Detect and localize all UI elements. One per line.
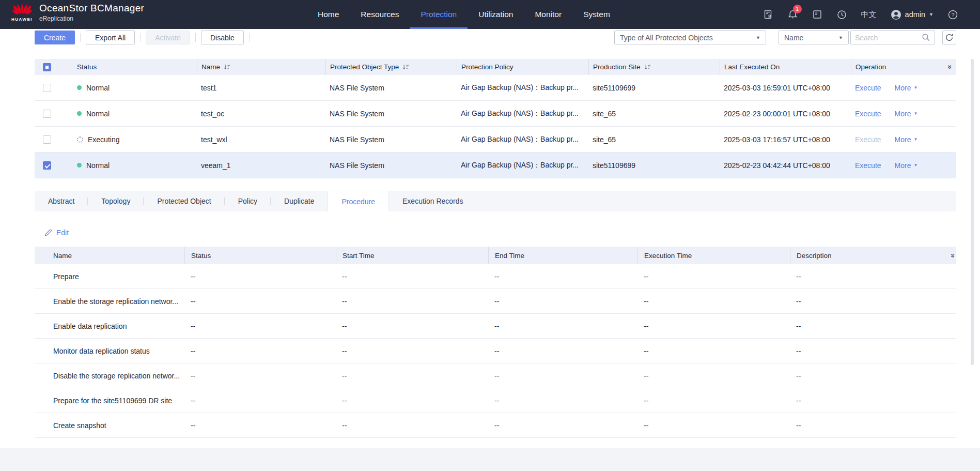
type-filter-select[interactable]: Type of All Protected Objects ▼ (614, 31, 766, 44)
operation-cell: Execute More ▼ (851, 161, 941, 170)
procedure-row: Enable the storage replication networ...… (35, 289, 956, 314)
step-start-time: -- (336, 347, 488, 355)
type-cell: NAS File System (325, 84, 457, 92)
step-status: -- (184, 272, 336, 281)
column-settings-icon[interactable]: « (944, 65, 953, 69)
create-button[interactable]: Create (35, 31, 75, 44)
step-name: Monitor data replication status (35, 347, 184, 355)
policy-cell: Air Gap Backup (NAS)：Backup pr... (457, 135, 588, 144)
type-cell: NAS File System (325, 135, 457, 144)
export-all-button[interactable]: Export All (86, 31, 135, 44)
status-label: Normal (86, 84, 110, 92)
notification-badge: 1 (793, 5, 802, 13)
step-end-time: -- (488, 322, 637, 330)
step-execution-time: -- (637, 397, 790, 405)
column-name: Name (197, 59, 325, 75)
nav-item-monitor[interactable]: Monitor (524, 0, 572, 29)
status-normal-icon (77, 85, 82, 90)
column-settings-cell: « (941, 59, 956, 75)
step-description: -- (790, 397, 941, 405)
step-start-time: -- (336, 297, 488, 306)
row-checkbox[interactable] (43, 135, 51, 144)
type-cell: NAS File System (325, 110, 457, 118)
policy-cell: Air Gap Backup (NAS)：Backup pr... (457, 109, 588, 118)
table-row-selected[interactable]: Normal veeam_1 NAS File System Air Gap B… (35, 153, 956, 178)
sort-icon[interactable] (644, 64, 651, 70)
execute-link[interactable]: Execute (855, 110, 881, 118)
tab-topology[interactable]: Topology (88, 191, 144, 211)
execute-link[interactable]: Execute (855, 84, 881, 92)
more-link[interactable]: More ▼ (895, 161, 918, 170)
nav-item-utilization[interactable]: Utilization (468, 0, 524, 29)
tab-abstract[interactable]: Abstract (35, 191, 88, 211)
user-menu[interactable]: admin ▼ (891, 9, 934, 20)
procedure-row: Create snapshot -- -- -- -- -- (35, 413, 956, 438)
step-end-time: -- (488, 397, 637, 405)
report-icon[interactable] (763, 9, 773, 20)
chevron-down-icon: ▼ (914, 86, 918, 90)
step-status: -- (184, 347, 336, 355)
type-cell: NAS File System (325, 161, 457, 170)
name-filter-select[interactable]: Name ▼ (779, 31, 849, 44)
search-input[interactable] (855, 34, 919, 42)
table-row[interactable]: Executing test_wxl NAS File System Air G… (35, 127, 956, 153)
help-icon[interactable]: ? (947, 9, 958, 20)
nav-item-protection[interactable]: Protection (410, 0, 468, 29)
row-checkbox[interactable] (43, 110, 51, 118)
status-cell: Normal (59, 110, 197, 118)
edit-button[interactable]: Edit (43, 228, 69, 237)
table-header-row: Status Name Protected Object Type Protec… (35, 59, 956, 75)
more-link[interactable]: More ▼ (895, 135, 918, 144)
sort-icon[interactable] (224, 64, 230, 70)
language-switch[interactable]: 中文 (861, 10, 877, 20)
step-end-time: -- (488, 421, 637, 430)
nav-item-resources[interactable]: Resources (350, 0, 410, 29)
status-label: Normal (86, 161, 110, 170)
execute-link-disabled[interactable]: Execute (855, 135, 881, 144)
execute-link[interactable]: Execute (855, 161, 881, 170)
vertical-scrollbar[interactable] (971, 59, 974, 365)
column-production-site: Production Site (588, 59, 720, 75)
nav-item-home[interactable]: Home (307, 0, 350, 29)
row-checkbox[interactable] (43, 84, 51, 92)
search-box (850, 31, 935, 44)
pencil-icon (43, 228, 52, 237)
chevron-down-icon: ▼ (914, 112, 918, 116)
protected-objects-table: Status Name Protected Object Type Protec… (35, 59, 956, 178)
site-cell: site_65 (588, 110, 720, 118)
status-cell: Executing (59, 135, 197, 144)
name-cell: test1 (197, 84, 325, 92)
table-row[interactable]: Normal test1 NAS File System Air Gap Bac… (35, 75, 956, 101)
refresh-button[interactable] (942, 31, 956, 44)
tab-protected-object[interactable]: Protected Object (144, 191, 224, 211)
notification-bell-icon[interactable]: 1 (787, 9, 798, 20)
step-description: -- (790, 372, 941, 380)
worklist-icon[interactable] (812, 9, 822, 20)
tab-execution-records[interactable]: Execution Records (389, 191, 477, 211)
activate-button[interactable]: Activate (146, 31, 190, 44)
clock-icon[interactable] (836, 9, 847, 20)
search-icon[interactable] (922, 33, 930, 42)
row-checkbox-checked[interactable] (43, 161, 51, 170)
table-row[interactable]: Normal test_oc NAS File System Air Gap B… (35, 101, 956, 127)
disable-button[interactable]: Disable (201, 31, 244, 44)
status-label: Executing (88, 135, 119, 144)
name-cell: veeam_1 (197, 161, 325, 170)
status-cell: Normal (59, 161, 197, 170)
sort-icon[interactable] (402, 64, 409, 70)
tab-policy[interactable]: Policy (225, 191, 271, 211)
more-link[interactable]: More ▼ (895, 110, 918, 118)
tab-procedure[interactable]: Procedure (328, 191, 389, 211)
select-all-checkbox[interactable] (43, 63, 51, 71)
nav-item-system[interactable]: System (572, 0, 621, 29)
status-executing-spinner-icon (77, 136, 83, 143)
chevron-down-icon: ▼ (929, 12, 934, 17)
procedure-row: Prepare for the site51109699 DR site -- … (35, 388, 956, 413)
step-name: Enable the storage replication networ... (35, 297, 184, 306)
app-header: HUAWEI OceanStor BCManager eReplication … (0, 0, 980, 29)
more-link[interactable]: More ▼ (895, 84, 918, 92)
step-execution-time: -- (637, 372, 790, 380)
tab-duplicate[interactable]: Duplicate (271, 191, 328, 211)
operation-cell: Execute More ▼ (851, 84, 941, 92)
column-settings-icon[interactable]: « (947, 253, 956, 257)
